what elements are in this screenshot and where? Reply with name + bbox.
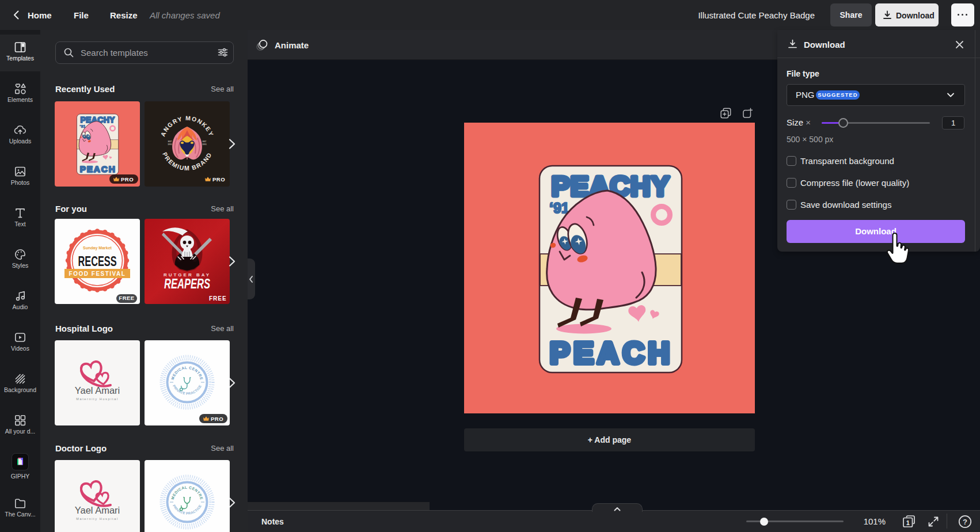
svg-text:1: 1 (906, 519, 910, 526)
svg-text:?: ? (963, 518, 967, 526)
